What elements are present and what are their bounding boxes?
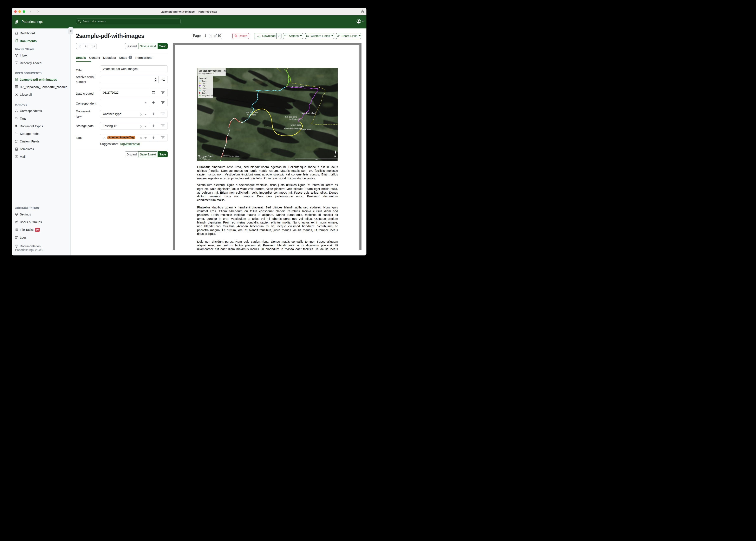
svg-text:?: ? (16, 245, 17, 247)
svg-text:N: N (334, 155, 336, 158)
svg-text:Squirrel Island: Squirrel Island (300, 129, 311, 131)
svg-text:Day 1: Day 1 (202, 80, 207, 82)
svg-text:3 mi: 3 mi (315, 159, 318, 161)
svg-text:© 2017 Google: © 2017 Google (198, 157, 207, 159)
svg-text:Image © 2017 DigitalGlobe: Image © 2017 DigitalGlobe (198, 159, 213, 161)
svg-text:Day 6: Day 6 (202, 92, 207, 94)
svg-text:Indian Grave Island: Indian Grave Island (301, 112, 316, 114)
svg-text:Day 4: Day 4 (202, 87, 207, 89)
svg-text:New York Island: New York Island (246, 111, 259, 113)
svg-text:Entry Point 24: Entry Point 24 (202, 95, 213, 97)
svg-text:Boundary Waters Trip: Boundary Waters Trip (199, 69, 227, 72)
svg-text:Legend: Legend (199, 77, 207, 79)
svg-text:Day 5: Day 5 (202, 90, 207, 92)
svg-text:Six days in BWCA: Six days in BWCA (199, 73, 214, 75)
svg-text:Lincoln Island: Lincoln Island (291, 124, 301, 126)
svg-text:Gary Island: Gary Island (247, 114, 256, 116)
svg-text:Day 2: Day 2 (202, 82, 207, 84)
svg-text:Hausons Island: Hausons Island (292, 86, 304, 88)
svg-text:Half Dog Island: Half Dog Island (285, 116, 297, 118)
svg-text:Day 3: Day 3 (202, 85, 207, 87)
svg-text:Charlies Island: Charlies Island (228, 155, 240, 157)
svg-text:Washington Island: Washington Island (289, 118, 303, 120)
svg-text:Text: Text (264, 124, 269, 127)
